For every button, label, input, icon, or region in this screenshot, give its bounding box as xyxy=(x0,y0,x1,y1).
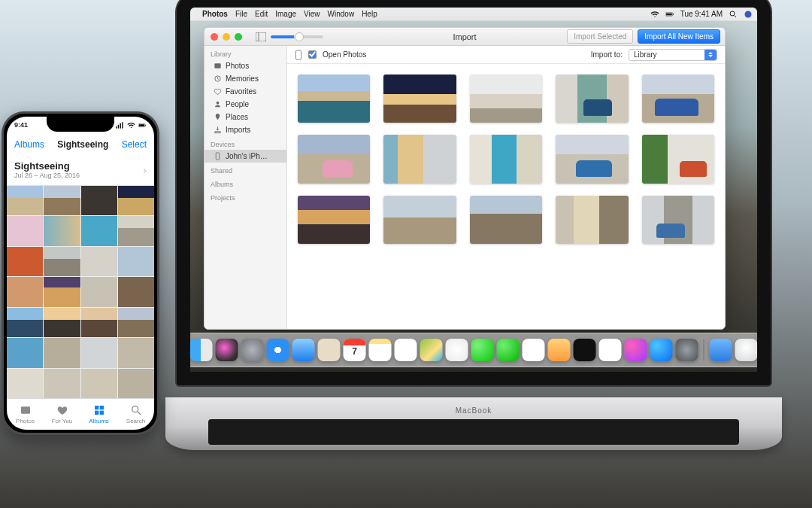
dock-appstore-icon[interactable] xyxy=(650,339,673,361)
dock-home-icon[interactable] xyxy=(548,339,571,361)
sidebar-section-shared[interactable]: Shared xyxy=(205,163,286,176)
iphone-back-button[interactable]: Albums xyxy=(14,139,44,150)
sidebar-item-imports[interactable]: Imports xyxy=(205,123,286,136)
window-fullscreen-button[interactable] xyxy=(235,33,242,41)
iphone-photo-thumb[interactable] xyxy=(118,369,154,398)
iphone-select-button[interactable]: Select xyxy=(122,139,147,150)
import-photo-thumb[interactable] xyxy=(556,75,628,123)
window-minimize-button[interactable] xyxy=(223,33,230,41)
iphone-photo-thumb[interactable] xyxy=(118,247,154,276)
menubar-clock[interactable]: Tue 9:41 AM xyxy=(680,10,723,18)
iphone-photo-thumb[interactable] xyxy=(44,277,80,306)
import-photo-thumb[interactable] xyxy=(642,135,714,183)
wifi-icon[interactable] xyxy=(650,10,659,19)
iphone-photo-thumb[interactable] xyxy=(81,308,117,337)
menubar-app-name[interactable]: Photos xyxy=(202,10,228,18)
sidebar-toggle-icon[interactable] xyxy=(256,32,266,41)
iphone-tab-foryou[interactable]: For You xyxy=(44,399,80,430)
import-photo-thumb[interactable] xyxy=(298,196,370,244)
iphone-photo-thumb[interactable] xyxy=(118,338,154,367)
thumbnail-size-slider[interactable] xyxy=(271,35,323,38)
dock-siri-icon[interactable] xyxy=(216,339,238,361)
menu-file[interactable]: File xyxy=(235,10,247,18)
sidebar-item-memories[interactable]: Memories xyxy=(205,72,286,85)
iphone-photo-thumb[interactable] xyxy=(81,277,117,306)
dock-photos-icon[interactable] xyxy=(446,339,468,361)
iphone-photo-thumb[interactable] xyxy=(44,308,80,337)
import-grid[interactable] xyxy=(287,64,725,329)
iphone-photo-thumb[interactable] xyxy=(81,216,117,245)
iphone-photo-thumb[interactable] xyxy=(7,369,43,398)
window-close-button[interactable] xyxy=(211,33,218,41)
dock-calendar-icon[interactable]: 7 xyxy=(344,339,366,361)
menu-view[interactable]: View xyxy=(304,10,320,18)
open-photos-checkbox[interactable] xyxy=(308,50,317,59)
iphone-photo-thumb[interactable] xyxy=(118,277,154,306)
import-photo-thumb[interactable] xyxy=(383,75,456,123)
dock-notes-icon[interactable] xyxy=(369,339,392,361)
battery-icon[interactable] xyxy=(665,10,674,19)
iphone-photo-thumb[interactable] xyxy=(7,186,43,215)
iphone-photo-thumb[interactable] xyxy=(7,338,43,367)
sidebar-item-device-iphone[interactable]: John's iPh… xyxy=(205,150,286,163)
dock-stocks-icon[interactable] xyxy=(574,339,596,361)
import-photo-thumb[interactable] xyxy=(383,135,456,183)
iphone-photo-thumb[interactable] xyxy=(81,369,117,398)
sidebar-item-people[interactable]: People xyxy=(205,98,286,111)
iphone-tab-search[interactable]: Search xyxy=(117,399,154,430)
siri-icon[interactable] xyxy=(744,10,753,19)
dock-facetime-icon[interactable] xyxy=(497,339,520,361)
dock-launchpad-icon[interactable] xyxy=(241,339,264,361)
sidebar-item-photos[interactable]: Photos xyxy=(205,59,286,72)
dock-systemprefs-icon[interactable] xyxy=(676,339,698,361)
sidebar-section-projects[interactable]: Projects xyxy=(205,190,286,203)
iphone-photo-thumb[interactable] xyxy=(118,308,154,337)
menu-edit[interactable]: Edit xyxy=(255,10,268,18)
iphone-photo-thumb[interactable] xyxy=(81,247,117,276)
dock-mail-icon[interactable] xyxy=(292,339,315,361)
menu-image[interactable]: Image xyxy=(275,10,296,18)
iphone-photo-grid[interactable] xyxy=(7,186,154,398)
iphone-photo-thumb[interactable] xyxy=(44,369,80,398)
iphone-photo-thumb[interactable] xyxy=(44,338,80,367)
import-selected-button[interactable]: Import Selected xyxy=(567,29,633,44)
iphone-photo-thumb[interactable] xyxy=(44,216,80,245)
dock-numbers-icon[interactable] xyxy=(523,339,545,361)
iphone-photo-thumb[interactable] xyxy=(118,186,154,215)
import-to-select[interactable]: Library xyxy=(629,49,717,61)
import-photo-thumb[interactable] xyxy=(298,75,370,123)
import-photo-thumb[interactable] xyxy=(298,135,370,183)
window-titlebar[interactable]: Import Import Selected Import All New It… xyxy=(205,28,725,46)
dock-music-icon[interactable] xyxy=(625,339,647,361)
iphone-photo-thumb[interactable] xyxy=(7,277,43,306)
dock-news-icon[interactable] xyxy=(599,339,622,361)
dock-finder-icon[interactable] xyxy=(190,339,213,361)
iphone-tab-photos[interactable]: Photos xyxy=(7,399,44,430)
dock-messages-icon[interactable] xyxy=(471,339,494,361)
spotlight-icon[interactable] xyxy=(729,10,738,19)
sidebar-section-albums[interactable]: Albums xyxy=(205,176,286,190)
sidebar-item-favorites[interactable]: Favorites xyxy=(205,85,286,98)
iphone-photo-thumb[interactable] xyxy=(81,186,117,215)
iphone-album-header[interactable]: Sightseeing Jul 26 – Aug 25, 2016 › xyxy=(7,156,154,186)
import-photo-thumb[interactable] xyxy=(470,75,542,123)
iphone-photo-thumb[interactable] xyxy=(44,186,80,215)
import-photo-thumb[interactable] xyxy=(642,196,714,244)
iphone-photo-thumb[interactable] xyxy=(81,338,117,367)
dock-downloads-icon[interactable] xyxy=(710,339,732,361)
iphone-photo-thumb[interactable] xyxy=(44,247,80,276)
iphone-tab-albums[interactable]: Albums xyxy=(80,399,117,430)
iphone-photo-thumb[interactable] xyxy=(7,216,43,245)
dock-reminders-icon[interactable] xyxy=(395,339,417,361)
iphone-photo-thumb[interactable] xyxy=(7,308,43,337)
import-all-button[interactable]: Import All New Items xyxy=(638,29,720,44)
menu-help[interactable]: Help xyxy=(362,10,377,18)
import-photo-thumb[interactable] xyxy=(556,135,628,183)
dock-trash-icon[interactable] xyxy=(735,339,758,361)
iphone-photo-thumb[interactable] xyxy=(118,216,154,245)
sidebar-item-places[interactable]: Places xyxy=(205,111,286,123)
menu-window[interactable]: Window xyxy=(328,10,355,18)
dock-safari-icon[interactable] xyxy=(267,339,289,361)
iphone-photo-thumb[interactable] xyxy=(7,247,43,276)
import-photo-thumb[interactable] xyxy=(383,196,456,244)
